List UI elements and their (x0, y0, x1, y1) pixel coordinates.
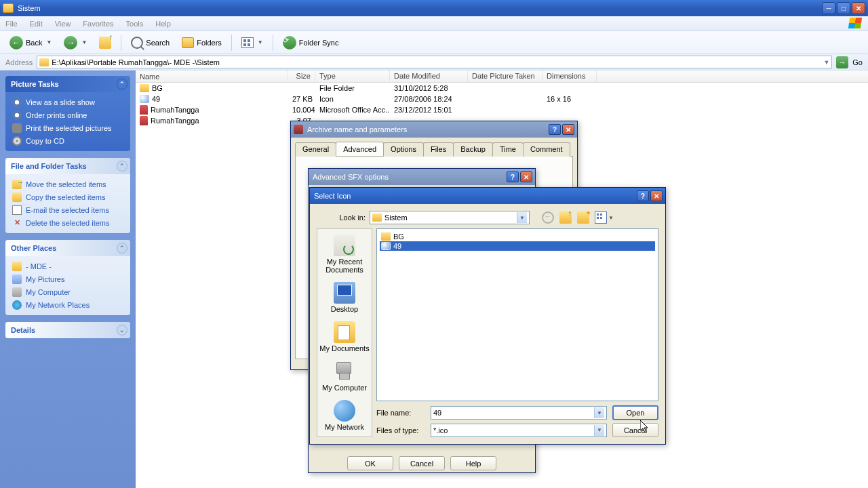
ok-button[interactable]: OK (347, 456, 393, 470)
tab-files[interactable]: Files (423, 142, 454, 157)
tab-advanced[interactable]: Advanced (336, 142, 384, 156)
menu-file[interactable]: File (5, 20, 18, 28)
pictures-icon (12, 274, 22, 284)
task-slideshow[interactable]: View as a slide show (12, 98, 123, 107)
expand-icon[interactable]: ⌄ (117, 325, 127, 336)
menu-edit[interactable]: Edit (30, 20, 43, 28)
help-button[interactable]: Help (450, 456, 496, 470)
file-row[interactable]: 49 27 KB Icon 27/08/2006 18:24 16 x 16 (136, 94, 868, 104)
col-name[interactable]: Name (136, 70, 288, 82)
views-button[interactable] (595, 211, 607, 224)
select-icon-titlebar[interactable]: Select Icon ? ✕ (310, 188, 665, 204)
close-button[interactable]: ✕ (562, 124, 574, 135)
go-label[interactable]: Go (852, 58, 863, 66)
menu-favorites[interactable]: Favorites (83, 20, 113, 28)
task-email[interactable]: E-mail the selected items (12, 205, 123, 215)
col-type[interactable]: Type (315, 70, 390, 82)
mail-icon (12, 205, 22, 215)
col-date[interactable]: Date Modified (390, 70, 468, 82)
task-delete[interactable]: ✕Delete the selected items (12, 218, 123, 228)
task-print[interactable]: Print the selected pictures (12, 123, 123, 133)
archive-titlebar[interactable]: Archive name and parameters ? ✕ (291, 121, 577, 138)
look-in-combo[interactable]: Sistem ▼ (370, 211, 530, 224)
cancel-button[interactable]: Cancel (612, 423, 658, 437)
task-copy-cd[interactable]: Copy to CD (12, 136, 123, 146)
select-icon-dialog: Select Icon ? ✕ Look in: Sistem ▼ (309, 187, 666, 445)
up-button[interactable] (559, 211, 572, 224)
sync-icon: ⟳ (283, 36, 296, 49)
file-tasks-header[interactable]: File and Folder Tasks ⌃ (5, 158, 130, 174)
col-dimensions[interactable]: Dimensions (542, 70, 597, 82)
search-button[interactable]: Search (127, 34, 174, 52)
new-folder-button[interactable] (577, 211, 589, 224)
views-button[interactable]: ▼ (237, 34, 267, 52)
file-item-bg[interactable]: BG (380, 232, 655, 241)
icon-file-icon (381, 242, 391, 250)
place-computer[interactable]: My Computer (318, 359, 371, 393)
close-button[interactable]: ✕ (520, 171, 532, 182)
close-button[interactable]: ✕ (650, 190, 663, 201)
place-computer[interactable]: My Computer (12, 287, 123, 297)
file-type-combo[interactable]: *.ico ▼ (431, 424, 607, 437)
collapse-icon[interactable]: ⌃ (117, 243, 127, 253)
help-button[interactable]: ? (637, 190, 649, 201)
chevron-down-icon[interactable]: ▼ (608, 215, 614, 221)
documents-icon (334, 321, 355, 343)
go-button[interactable]: → (836, 56, 848, 68)
tab-backup[interactable]: Backup (453, 142, 493, 157)
back-button[interactable] (542, 211, 554, 224)
folder-icon (140, 84, 149, 92)
place-desktop[interactable]: Desktop (318, 281, 371, 314)
place-pictures[interactable]: My Pictures (12, 274, 123, 284)
open-button[interactable]: Open (612, 405, 658, 420)
task-copy[interactable]: Copy the selected items (12, 192, 123, 202)
tab-time[interactable]: Time (492, 142, 524, 157)
menu-help[interactable]: Help (155, 20, 171, 28)
place-recent[interactable]: My Recent Documents (318, 233, 371, 275)
details-header[interactable]: Details ⌄ (5, 322, 130, 338)
task-move[interactable]: Move the selected items (12, 180, 123, 189)
back-button[interactable]: ← Back ▼ (5, 34, 56, 52)
menu-view[interactable]: View (55, 20, 71, 28)
window-titlebar[interactable]: Sistem ─ □ ✕ (0, 0, 868, 16)
place-network[interactable]: My Network (318, 399, 371, 432)
cancel-button[interactable]: Cancel (399, 456, 445, 470)
minimize-button[interactable]: ─ (822, 2, 835, 14)
col-size[interactable]: Size (288, 70, 315, 82)
help-button[interactable]: ? (507, 171, 519, 182)
menu-tools[interactable]: Tools (126, 20, 144, 28)
sfx-title: Advanced SFX options (311, 173, 504, 181)
dropdown-icon[interactable]: ▼ (594, 407, 604, 418)
tab-general[interactable]: General (295, 142, 336, 157)
collapse-icon[interactable]: ⌃ (117, 79, 127, 89)
maximize-button[interactable]: □ (837, 2, 850, 14)
file-row[interactable]: BG File Folder 31/10/2012 5:28 (136, 83, 868, 94)
forward-button[interactable]: → ▼ (60, 34, 91, 52)
file-item-49[interactable]: 49 (380, 241, 655, 251)
task-order-prints[interactable]: Order prints online (12, 110, 123, 120)
dropdown-icon[interactable]: ▼ (823, 59, 829, 66)
picture-tasks-header[interactable]: Picture Tasks ⌃ (5, 76, 130, 92)
file-row[interactable]: RumahTangga 10.004 KB Microsoft Office A… (136, 104, 868, 115)
help-button[interactable]: ? (549, 124, 561, 135)
close-button[interactable]: ✕ (852, 2, 865, 14)
place-documents[interactable]: My Documents (318, 320, 371, 354)
other-places-header[interactable]: Other Places ⌃ (5, 240, 130, 256)
place-mde[interactable]: - MDE - (12, 262, 123, 271)
place-network[interactable]: My Network Places (12, 300, 123, 310)
column-headers[interactable]: Name Size Type Date Modified Date Pictur… (136, 70, 868, 83)
dropdown-icon[interactable]: ▼ (594, 425, 604, 436)
dropdown-icon[interactable]: ▼ (517, 212, 527, 223)
address-input[interactable]: E:\Aplikasi\Portable RumahTangga\- MDE -… (37, 56, 832, 68)
file-name-input[interactable]: 49 ▼ (431, 406, 607, 420)
file-type-label: Files of type: (376, 426, 425, 434)
tab-comment[interactable]: Comment (523, 142, 570, 157)
folder-sync-button[interactable]: ⟳ Folder Sync (279, 34, 343, 52)
folders-button[interactable]: Folders (178, 34, 226, 52)
file-browser[interactable]: BG 49 (376, 228, 658, 401)
collapse-icon[interactable]: ⌃ (117, 161, 127, 171)
up-button[interactable] (95, 34, 115, 52)
sfx-titlebar[interactable]: Advanced SFX options ? ✕ (309, 169, 535, 185)
col-picture-date[interactable]: Date Picture Taken (468, 70, 542, 82)
tab-options[interactable]: Options (383, 142, 424, 157)
